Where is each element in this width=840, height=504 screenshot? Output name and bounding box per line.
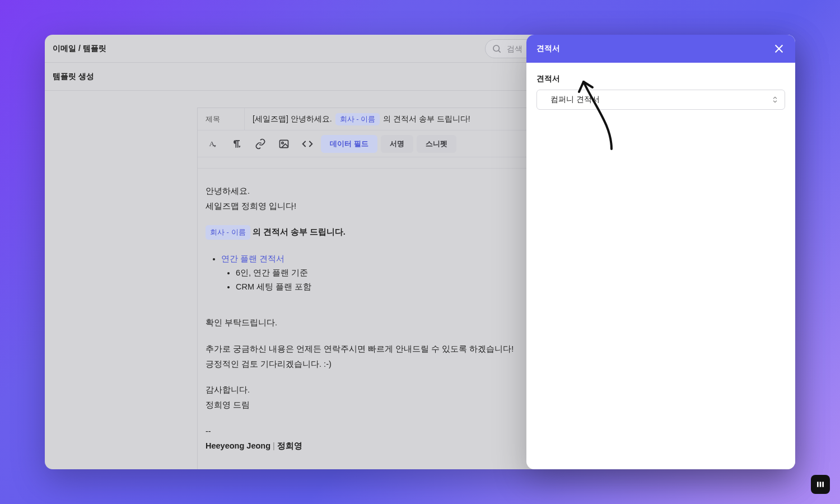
quote-select[interactable]: 컴퍼니 견적서 xyxy=(536,90,785,110)
search-icon xyxy=(492,44,502,54)
body-bold: 의 견적서 송부 드립니다. xyxy=(250,227,346,236)
chevron-updown-icon xyxy=(771,96,779,104)
side-panel-header: 견적서 xyxy=(526,35,795,63)
signature-name-ko: 정희영 xyxy=(277,441,302,450)
svg-rect-10 xyxy=(820,482,822,487)
subject-suffix: 의 견적서 송부 드립니다! xyxy=(383,114,470,124)
side-panel-title: 견적서 xyxy=(536,44,773,54)
body-datafield-chip[interactable]: 회사 - 이름 xyxy=(206,225,250,240)
page-title: 템플릿 생성 xyxy=(53,72,94,82)
quote-side-panel: 견적서 견적서 컴퍼니 견적서 xyxy=(526,35,795,469)
quote-select-value: 컴퍼니 견적서 xyxy=(550,95,600,105)
svg-point-0 xyxy=(493,45,500,52)
subject-datafield-chip[interactable]: 회사 - 이름 xyxy=(335,113,380,125)
svg-line-1 xyxy=(498,50,500,52)
svg-text:▾: ▾ xyxy=(239,144,241,148)
quote-field-label: 견적서 xyxy=(536,74,785,84)
svg-point-6 xyxy=(282,142,283,143)
code-icon[interactable] xyxy=(297,135,318,153)
font-icon[interactable]: A▾ xyxy=(203,135,223,153)
subject-label: 제목 xyxy=(198,108,245,130)
paragraph-icon[interactable]: ▾ xyxy=(227,135,247,153)
quote-link[interactable]: 연간 플랜 견적서 xyxy=(221,254,284,263)
link-icon[interactable] xyxy=(250,135,270,153)
subject-value[interactable]: [세일즈맵] 안녕하세요. 회사 - 이름 의 견적서 송부 드립니다! xyxy=(245,113,470,125)
svg-rect-9 xyxy=(817,482,819,487)
subject-prefix: [세일즈맵] 안녕하세요. xyxy=(253,114,332,124)
svg-rect-11 xyxy=(822,482,824,487)
close-icon[interactable] xyxy=(773,43,785,55)
datafield-button[interactable]: 데이터 필드 xyxy=(321,135,377,153)
snippet-button[interactable]: 스니펫 xyxy=(417,135,456,153)
svg-rect-5 xyxy=(280,140,288,147)
breadcrumb: 이메일 / 템플릿 xyxy=(53,44,106,54)
signature-button[interactable]: 서명 xyxy=(381,135,413,153)
svg-text:▾: ▾ xyxy=(214,143,216,147)
brand-badge[interactable] xyxy=(811,475,830,494)
signature-name-en: Heeyeong Jeong xyxy=(206,441,270,450)
annotation-arrow xyxy=(578,75,623,153)
side-panel-body: 견적서 컴퍼니 견적서 xyxy=(526,63,795,121)
image-icon[interactable] xyxy=(274,135,294,153)
